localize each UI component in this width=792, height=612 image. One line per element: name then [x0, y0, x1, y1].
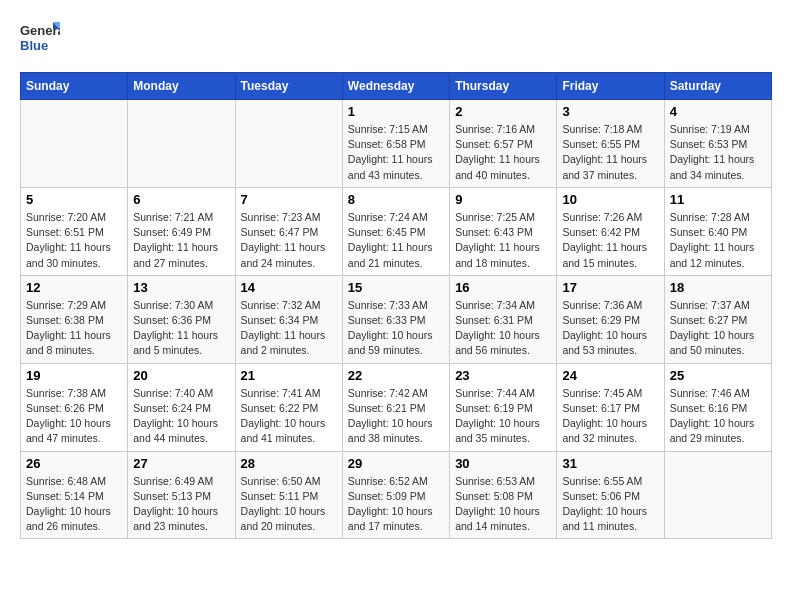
day-number: 26 [26, 456, 122, 471]
day-info: Sunrise: 7:32 AM Sunset: 6:34 PM Dayligh… [241, 298, 337, 359]
day-number: 28 [241, 456, 337, 471]
calendar-cell: 22Sunrise: 7:42 AM Sunset: 6:21 PM Dayli… [342, 363, 449, 451]
header-wednesday: Wednesday [342, 73, 449, 100]
calendar-header: SundayMondayTuesdayWednesdayThursdayFrid… [21, 73, 772, 100]
header-tuesday: Tuesday [235, 73, 342, 100]
calendar-cell: 11Sunrise: 7:28 AM Sunset: 6:40 PM Dayli… [664, 187, 771, 275]
day-info: Sunrise: 7:30 AM Sunset: 6:36 PM Dayligh… [133, 298, 229, 359]
day-number: 5 [26, 192, 122, 207]
day-info: Sunrise: 7:46 AM Sunset: 6:16 PM Dayligh… [670, 386, 766, 447]
day-info: Sunrise: 7:23 AM Sunset: 6:47 PM Dayligh… [241, 210, 337, 271]
day-number: 27 [133, 456, 229, 471]
day-info: Sunrise: 7:45 AM Sunset: 6:17 PM Dayligh… [562, 386, 658, 447]
day-number: 3 [562, 104, 658, 119]
day-info: Sunrise: 7:21 AM Sunset: 6:49 PM Dayligh… [133, 210, 229, 271]
week-row-1: 1Sunrise: 7:15 AM Sunset: 6:58 PM Daylig… [21, 100, 772, 188]
calendar-cell: 28Sunrise: 6:50 AM Sunset: 5:11 PM Dayli… [235, 451, 342, 539]
day-number: 23 [455, 368, 551, 383]
header-sunday: Sunday [21, 73, 128, 100]
day-number: 24 [562, 368, 658, 383]
calendar-cell: 23Sunrise: 7:44 AM Sunset: 6:19 PM Dayli… [450, 363, 557, 451]
day-info: Sunrise: 7:24 AM Sunset: 6:45 PM Dayligh… [348, 210, 444, 271]
calendar-cell: 1Sunrise: 7:15 AM Sunset: 6:58 PM Daylig… [342, 100, 449, 188]
day-number: 18 [670, 280, 766, 295]
day-number: 12 [26, 280, 122, 295]
calendar-cell: 26Sunrise: 6:48 AM Sunset: 5:14 PM Dayli… [21, 451, 128, 539]
day-number: 10 [562, 192, 658, 207]
day-number: 11 [670, 192, 766, 207]
calendar-cell: 25Sunrise: 7:46 AM Sunset: 6:16 PM Dayli… [664, 363, 771, 451]
day-info: Sunrise: 7:19 AM Sunset: 6:53 PM Dayligh… [670, 122, 766, 183]
day-number: 7 [241, 192, 337, 207]
calendar-cell: 12Sunrise: 7:29 AM Sunset: 6:38 PM Dayli… [21, 275, 128, 363]
calendar-cell: 14Sunrise: 7:32 AM Sunset: 6:34 PM Dayli… [235, 275, 342, 363]
day-number: 14 [241, 280, 337, 295]
calendar-cell: 7Sunrise: 7:23 AM Sunset: 6:47 PM Daylig… [235, 187, 342, 275]
day-info: Sunrise: 7:28 AM Sunset: 6:40 PM Dayligh… [670, 210, 766, 271]
day-number: 25 [670, 368, 766, 383]
calendar-cell [128, 100, 235, 188]
day-info: Sunrise: 7:26 AM Sunset: 6:42 PM Dayligh… [562, 210, 658, 271]
day-info: Sunrise: 6:50 AM Sunset: 5:11 PM Dayligh… [241, 474, 337, 535]
header-saturday: Saturday [664, 73, 771, 100]
svg-text:Blue: Blue [20, 38, 48, 53]
day-info: Sunrise: 6:48 AM Sunset: 5:14 PM Dayligh… [26, 474, 122, 535]
day-info: Sunrise: 6:55 AM Sunset: 5:06 PM Dayligh… [562, 474, 658, 535]
calendar-cell: 9Sunrise: 7:25 AM Sunset: 6:43 PM Daylig… [450, 187, 557, 275]
calendar-cell: 13Sunrise: 7:30 AM Sunset: 6:36 PM Dayli… [128, 275, 235, 363]
day-number: 13 [133, 280, 229, 295]
calendar-cell: 16Sunrise: 7:34 AM Sunset: 6:31 PM Dayli… [450, 275, 557, 363]
calendar-cell: 6Sunrise: 7:21 AM Sunset: 6:49 PM Daylig… [128, 187, 235, 275]
day-number: 17 [562, 280, 658, 295]
calendar-cell: 15Sunrise: 7:33 AM Sunset: 6:33 PM Dayli… [342, 275, 449, 363]
day-info: Sunrise: 7:15 AM Sunset: 6:58 PM Dayligh… [348, 122, 444, 183]
day-info: Sunrise: 7:20 AM Sunset: 6:51 PM Dayligh… [26, 210, 122, 271]
calendar-cell [21, 100, 128, 188]
calendar-cell: 27Sunrise: 6:49 AM Sunset: 5:13 PM Dayli… [128, 451, 235, 539]
day-info: Sunrise: 7:29 AM Sunset: 6:38 PM Dayligh… [26, 298, 122, 359]
header-thursday: Thursday [450, 73, 557, 100]
day-info: Sunrise: 7:34 AM Sunset: 6:31 PM Dayligh… [455, 298, 551, 359]
day-number: 30 [455, 456, 551, 471]
day-number: 4 [670, 104, 766, 119]
calendar-cell: 4Sunrise: 7:19 AM Sunset: 6:53 PM Daylig… [664, 100, 771, 188]
calendar-cell: 19Sunrise: 7:38 AM Sunset: 6:26 PM Dayli… [21, 363, 128, 451]
day-number: 29 [348, 456, 444, 471]
day-info: Sunrise: 7:25 AM Sunset: 6:43 PM Dayligh… [455, 210, 551, 271]
day-info: Sunrise: 7:37 AM Sunset: 6:27 PM Dayligh… [670, 298, 766, 359]
day-number: 19 [26, 368, 122, 383]
header-friday: Friday [557, 73, 664, 100]
calendar-cell: 2Sunrise: 7:16 AM Sunset: 6:57 PM Daylig… [450, 100, 557, 188]
day-number: 22 [348, 368, 444, 383]
calendar-cell: 5Sunrise: 7:20 AM Sunset: 6:51 PM Daylig… [21, 187, 128, 275]
day-number: 6 [133, 192, 229, 207]
page-header: GeneralBlue [20, 20, 772, 56]
day-info: Sunrise: 7:16 AM Sunset: 6:57 PM Dayligh… [455, 122, 551, 183]
calendar-cell: 30Sunrise: 6:53 AM Sunset: 5:08 PM Dayli… [450, 451, 557, 539]
calendar-cell [235, 100, 342, 188]
day-info: Sunrise: 7:18 AM Sunset: 6:55 PM Dayligh… [562, 122, 658, 183]
day-info: Sunrise: 7:38 AM Sunset: 6:26 PM Dayligh… [26, 386, 122, 447]
calendar-body: 1Sunrise: 7:15 AM Sunset: 6:58 PM Daylig… [21, 100, 772, 539]
calendar-cell: 24Sunrise: 7:45 AM Sunset: 6:17 PM Dayli… [557, 363, 664, 451]
calendar-cell: 3Sunrise: 7:18 AM Sunset: 6:55 PM Daylig… [557, 100, 664, 188]
day-number: 20 [133, 368, 229, 383]
day-number: 31 [562, 456, 658, 471]
logo: GeneralBlue [20, 20, 60, 56]
day-info: Sunrise: 7:44 AM Sunset: 6:19 PM Dayligh… [455, 386, 551, 447]
calendar-table: SundayMondayTuesdayWednesdayThursdayFrid… [20, 72, 772, 539]
week-row-4: 19Sunrise: 7:38 AM Sunset: 6:26 PM Dayli… [21, 363, 772, 451]
day-info: Sunrise: 7:36 AM Sunset: 6:29 PM Dayligh… [562, 298, 658, 359]
day-number: 1 [348, 104, 444, 119]
calendar-cell: 10Sunrise: 7:26 AM Sunset: 6:42 PM Dayli… [557, 187, 664, 275]
day-number: 2 [455, 104, 551, 119]
header-monday: Monday [128, 73, 235, 100]
day-number: 16 [455, 280, 551, 295]
day-number: 9 [455, 192, 551, 207]
logo-icon: GeneralBlue [20, 20, 60, 56]
day-number: 8 [348, 192, 444, 207]
header-row: SundayMondayTuesdayWednesdayThursdayFrid… [21, 73, 772, 100]
day-info: Sunrise: 7:33 AM Sunset: 6:33 PM Dayligh… [348, 298, 444, 359]
calendar-cell: 17Sunrise: 7:36 AM Sunset: 6:29 PM Dayli… [557, 275, 664, 363]
week-row-3: 12Sunrise: 7:29 AM Sunset: 6:38 PM Dayli… [21, 275, 772, 363]
